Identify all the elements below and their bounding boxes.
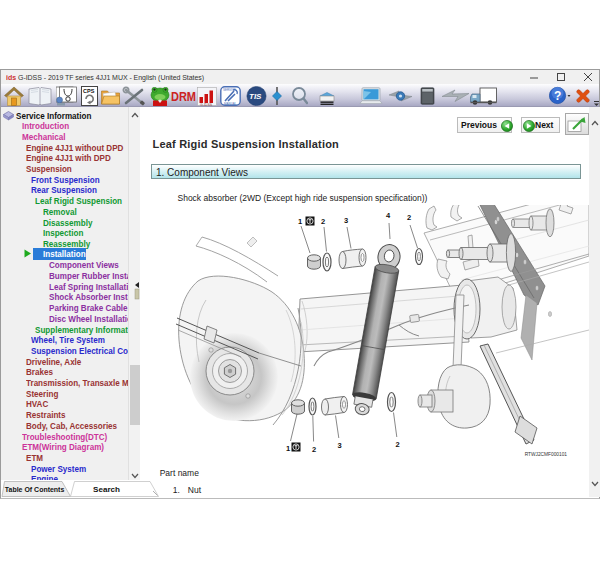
svg-text:3: 3: [344, 216, 348, 225]
svg-text:1: 1: [286, 444, 290, 453]
svg-text:CPS: CPS: [83, 88, 95, 94]
svg-text:RTWJ2CMF000101: RTWJ2CMF000101: [525, 452, 568, 457]
svg-text:2: 2: [312, 445, 316, 454]
svg-text:idss: idss: [6, 74, 16, 81]
svg-text:Table Of Contents: Table Of Contents: [5, 485, 65, 494]
svg-text:Search: Search: [93, 485, 120, 494]
svg-text:DRM: DRM: [171, 89, 196, 104]
svg-text:1: 1: [298, 217, 302, 226]
svg-text:2: 2: [395, 440, 399, 449]
svg-text:G-IDSS: G-IDSS: [200, 103, 213, 107]
svg-text:3: 3: [337, 441, 341, 450]
svg-text:2: 2: [321, 217, 325, 226]
svg-text:2: 2: [407, 213, 411, 222]
svg-text:SERVICE: SERVICE: [223, 88, 236, 92]
svg-text:4: 4: [386, 211, 391, 220]
svg-text:MANUAL: MANUAL: [224, 102, 237, 106]
svg-text:?: ?: [554, 89, 561, 103]
svg-text:TIS: TIS: [249, 92, 262, 101]
